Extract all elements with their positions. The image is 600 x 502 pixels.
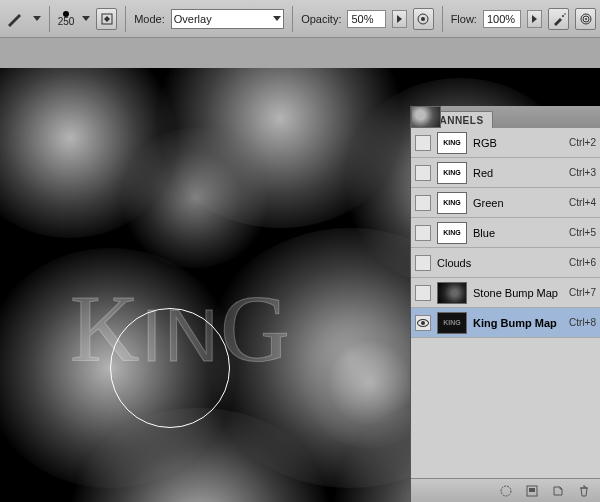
- flow-label: Flow:: [451, 13, 477, 25]
- visibility-toggle[interactable]: [415, 255, 431, 271]
- channel-name: Stone Bump Map: [473, 287, 563, 299]
- svg-point-8: [501, 486, 511, 496]
- channel-name: Red: [473, 167, 563, 179]
- brush-preset-preview[interactable]: 250: [58, 11, 75, 27]
- opacity-label: Opacity:: [301, 13, 341, 25]
- channel-thumbnail: KING: [437, 192, 467, 214]
- tool-preset-picker[interactable]: [33, 16, 41, 21]
- flow-field[interactable]: 100%: [483, 10, 521, 28]
- channel-row[interactable]: CloudsCtrl+6: [411, 248, 600, 278]
- mode-label: Mode:: [134, 13, 165, 25]
- svg-point-4: [564, 13, 566, 15]
- opacity-field[interactable]: 50%: [347, 10, 385, 28]
- brush-preset-picker[interactable]: [82, 16, 90, 21]
- channel-thumbnail: KING: [437, 132, 467, 154]
- svg-point-3: [562, 15, 564, 17]
- new-channel-icon[interactable]: [550, 483, 566, 499]
- channels-panel: CHANNELS KINGRGBCtrl+2KINGRedCtrl+3KINGG…: [410, 106, 600, 502]
- svg-point-2: [421, 17, 425, 21]
- blend-mode-value: Overlay: [174, 13, 212, 25]
- channel-row[interactable]: KINGKing Bump MapCtrl+8: [411, 308, 600, 338]
- eye-icon: [417, 319, 429, 327]
- airbrush-toggle[interactable]: [548, 8, 569, 30]
- channel-shortcut: Ctrl+4: [569, 197, 596, 208]
- channel-name: Green: [473, 197, 563, 209]
- tablet-size-toggle[interactable]: [575, 8, 596, 30]
- visibility-toggle[interactable]: [415, 165, 431, 181]
- load-selection-icon[interactable]: [498, 483, 514, 499]
- options-bar: 250 Mode: Overlay Opacity: 50% Flow: 100…: [0, 0, 600, 38]
- channel-name: King Bump Map: [473, 317, 563, 329]
- panel-footer: [411, 478, 600, 502]
- brush-size-value: 250: [58, 17, 75, 27]
- channel-thumbnail: KING: [437, 222, 467, 244]
- channel-row[interactable]: KINGGreenCtrl+4: [411, 188, 600, 218]
- visibility-toggle[interactable]: [415, 285, 431, 301]
- channel-name: Blue: [473, 227, 563, 239]
- visibility-toggle[interactable]: [415, 225, 431, 241]
- channel-shortcut: Ctrl+6: [569, 257, 596, 268]
- channel-shortcut: Ctrl+7: [569, 287, 596, 298]
- save-selection-icon[interactable]: [524, 483, 540, 499]
- channels-list: KINGRGBCtrl+2KINGRedCtrl+3KINGGreenCtrl+…: [411, 128, 600, 478]
- channel-shortcut: Ctrl+3: [569, 167, 596, 178]
- visibility-toggle[interactable]: [415, 315, 431, 331]
- channel-shortcut: Ctrl+5: [569, 227, 596, 238]
- channel-row[interactable]: KINGRedCtrl+3: [411, 158, 600, 188]
- visibility-toggle[interactable]: [415, 195, 431, 211]
- channel-thumbnail: [437, 282, 467, 304]
- flow-flyout[interactable]: [527, 10, 542, 28]
- brush-panel-toggle[interactable]: [96, 8, 117, 30]
- channel-shortcut: Ctrl+2: [569, 137, 596, 148]
- svg-point-7: [585, 18, 587, 20]
- channel-name: Clouds: [437, 257, 563, 269]
- tablet-opacity-toggle[interactable]: [413, 8, 434, 30]
- channel-thumbnail: KING: [437, 312, 467, 334]
- delete-channel-icon[interactable]: [576, 483, 592, 499]
- channel-shortcut: Ctrl+8: [569, 317, 596, 328]
- svg-rect-10: [529, 488, 535, 492]
- opacity-flyout[interactable]: [392, 10, 407, 28]
- channel-thumbnail: KING: [437, 162, 467, 184]
- channel-name: RGB: [473, 137, 563, 149]
- channel-row[interactable]: Stone Bump MapCtrl+7: [411, 278, 600, 308]
- visibility-toggle[interactable]: [415, 135, 431, 151]
- channel-row[interactable]: KINGBlueCtrl+5: [411, 218, 600, 248]
- channel-row[interactable]: KINGRGBCtrl+2: [411, 128, 600, 158]
- brush-tool-icon[interactable]: [4, 8, 25, 30]
- blend-mode-select[interactable]: Overlay: [171, 9, 284, 29]
